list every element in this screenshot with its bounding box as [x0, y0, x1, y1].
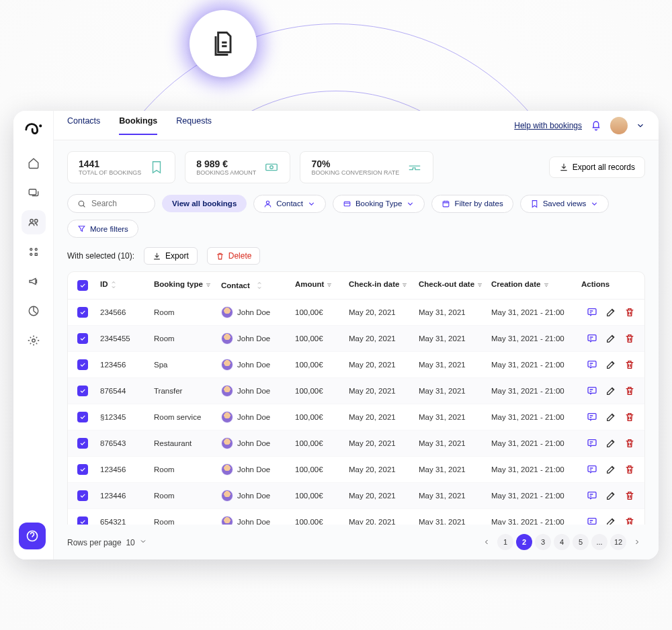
col-created[interactable]: Creation date: [491, 280, 581, 291]
trash-icon[interactable]: [624, 438, 635, 449]
table-row[interactable]: 123456SpaJohn Doe100,00€May 20, 2021May …: [68, 352, 644, 378]
filter-booking-type[interactable]: Booking Type: [333, 195, 425, 213]
filter-contact[interactable]: Contact: [253, 195, 326, 213]
svg-point-8: [32, 339, 35, 343]
page-prev[interactable]: [478, 534, 495, 550]
table-row[interactable]: 876543RestaurantJohn Doe100,00€May 20, 2…: [68, 431, 644, 457]
row-checkbox[interactable]: [77, 464, 88, 475]
trash-icon[interactable]: [624, 333, 635, 344]
trash-icon[interactable]: [624, 516, 635, 525]
select-all-checkbox[interactable]: [77, 280, 88, 291]
table-row[interactable]: 876544TransferJohn Doe100,00€May 20, 202…: [68, 378, 644, 404]
page-4[interactable]: 4: [554, 534, 570, 550]
sidebar-apps[interactable]: [22, 240, 46, 264]
comment-icon[interactable]: [587, 490, 597, 501]
row-checkbox[interactable]: [77, 412, 88, 422]
chevron-down-icon[interactable]: [636, 121, 645, 130]
trash-icon[interactable]: [624, 359, 635, 370]
row-checkbox[interactable]: [77, 307, 88, 318]
table-row[interactable]: 2345455RoomJohn Doe100,00€May 20, 2021Ma…: [68, 326, 644, 352]
edit-icon[interactable]: [605, 438, 616, 449]
sort-icon: [325, 281, 333, 289]
chevron-down-icon: [406, 199, 415, 208]
row-checkbox[interactable]: [77, 359, 88, 370]
trash-icon[interactable]: [624, 412, 635, 422]
main-tabs: ContactsBookingsRequests: [67, 116, 212, 135]
edit-icon[interactable]: [605, 464, 616, 475]
rows-per-page[interactable]: Rows per page 10: [67, 537, 147, 547]
bell-icon[interactable]: [590, 120, 602, 132]
edit-icon[interactable]: [605, 490, 616, 501]
sidebar-settings[interactable]: [22, 328, 46, 353]
col-contact[interactable]: Contact: [221, 280, 295, 291]
page-1[interactable]: 1: [497, 534, 513, 550]
row-checkbox[interactable]: [77, 438, 88, 449]
table-row[interactable]: 123456RoomJohn Doe100,00€May 20, 2021May…: [68, 457, 644, 483]
edit-icon[interactable]: [605, 359, 616, 370]
filter-saved-views[interactable]: Saved views: [520, 195, 610, 213]
edit-icon[interactable]: [605, 307, 616, 318]
sidebar-home[interactable]: [22, 151, 46, 175]
page-2[interactable]: 2: [516, 534, 532, 550]
contact-avatar: [221, 332, 233, 345]
filter-more[interactable]: More filters: [67, 220, 138, 238]
col-type[interactable]: Booking type: [154, 280, 221, 291]
search-icon: [77, 199, 86, 208]
tab-contacts[interactable]: Contacts: [67, 116, 100, 135]
delete-selected-button[interactable]: Delete: [207, 247, 261, 265]
trash-icon[interactable]: [624, 307, 635, 318]
table-row[interactable]: 123446RoomJohn Doe100,00€May 20, 2021May…: [68, 483, 644, 509]
comment-icon[interactable]: [587, 464, 597, 475]
help-link[interactable]: Help with bookings: [514, 121, 582, 130]
tab-requests[interactable]: Requests: [176, 116, 212, 135]
col-checkout[interactable]: Check-out date: [419, 280, 491, 291]
export-selected-button[interactable]: Export: [144, 247, 198, 265]
table-row[interactable]: §12345Room serviceJohn Doe100,00€May 20,…: [68, 404, 644, 431]
page-...[interactable]: ...: [591, 534, 607, 550]
page-3[interactable]: 3: [535, 534, 551, 550]
trash-icon[interactable]: [624, 490, 635, 501]
edit-icon[interactable]: [605, 386, 616, 396]
page-next[interactable]: [629, 534, 645, 550]
stat-card: 70%BOOKING CONVERSION RATE: [300, 151, 433, 183]
sidebar-analytics[interactable]: [22, 299, 46, 323]
row-checkbox[interactable]: [77, 333, 88, 344]
edit-icon[interactable]: [605, 333, 616, 344]
row-checkbox[interactable]: [77, 386, 88, 396]
filter-dates[interactable]: Filter by dates: [431, 195, 513, 213]
table-row[interactable]: 234566RoomJohn Doe100,00€May 20, 2021May…: [68, 300, 644, 326]
comment-icon[interactable]: [587, 516, 597, 525]
row-checkbox[interactable]: [77, 490, 88, 501]
svg-point-4: [30, 249, 32, 251]
sidebar-campaigns[interactable]: [22, 269, 46, 294]
tab-bookings[interactable]: Bookings: [119, 116, 157, 135]
filter-view-all[interactable]: View all bookings: [162, 195, 247, 212]
edit-icon[interactable]: [605, 412, 616, 422]
trash-icon[interactable]: [624, 386, 635, 396]
page-12[interactable]: 12: [610, 534, 626, 550]
comment-icon[interactable]: [587, 438, 597, 449]
sidebar-contacts[interactable]: [22, 210, 46, 234]
tag-icon: [343, 199, 351, 208]
hero-documents-icon: [190, 10, 257, 77]
sidebar-messages[interactable]: [22, 181, 46, 205]
comment-icon[interactable]: [587, 412, 597, 422]
help-fab[interactable]: [19, 523, 46, 549]
search-input[interactable]: [67, 194, 155, 213]
comment-icon[interactable]: [587, 307, 597, 318]
user-avatar[interactable]: [610, 117, 628, 134]
stat-card: 8 989 €BOOKINGS Amount: [185, 151, 290, 183]
table-row[interactable]: 654321RoomJohn Doe100,00€May 20, 2021May…: [68, 509, 644, 525]
comment-icon[interactable]: [587, 333, 597, 344]
col-amount[interactable]: Amount: [295, 280, 349, 291]
comment-icon[interactable]: [587, 359, 597, 370]
col-id[interactable]: ID: [100, 280, 154, 291]
trash-icon[interactable]: [624, 464, 635, 475]
col-checkin[interactable]: Check-in date: [349, 280, 419, 291]
comment-icon[interactable]: [587, 386, 597, 396]
chevron-down-icon: [139, 537, 147, 545]
row-checkbox[interactable]: [77, 516, 88, 525]
page-5[interactable]: 5: [573, 534, 589, 550]
edit-icon[interactable]: [605, 516, 616, 525]
export-all-button[interactable]: Export all records: [549, 156, 645, 178]
